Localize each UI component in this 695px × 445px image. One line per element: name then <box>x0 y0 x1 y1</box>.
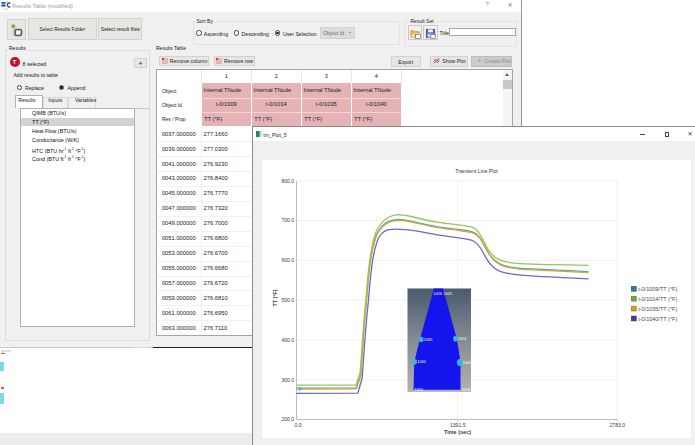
svg-text:1050: 1050 <box>414 388 422 392</box>
svg-text:600.0: 600.0 <box>281 257 294 263</box>
svg-text:800.0: 800.0 <box>281 178 294 184</box>
svg-text:1026: 1026 <box>434 292 442 296</box>
svg-text:700.0: 700.0 <box>281 217 294 223</box>
svg-text:300.0: 300.0 <box>281 377 294 383</box>
svg-text:TT (°F): TT (°F) <box>272 289 278 306</box>
svg-text:t-0/1014/TT (°F): t-0/1014/TT (°F) <box>638 296 677 302</box>
svg-text:1025: 1025 <box>444 292 452 296</box>
svg-text:1014: 1014 <box>458 337 466 341</box>
svg-text:Transient Line Plot: Transient Line Plot <box>455 168 498 174</box>
svg-text:1391.5: 1391.5 <box>450 422 466 428</box>
svg-text:500.0: 500.0 <box>281 297 294 303</box>
svg-text:2783.0: 2783.0 <box>610 422 626 428</box>
svg-text:400.0: 400.0 <box>281 337 294 343</box>
svg-text:1009: 1009 <box>463 361 471 365</box>
svg-text:Time (sec): Time (sec) <box>444 429 471 435</box>
svg-text:t-0/1040/TT (°F): t-0/1040/TT (°F) <box>638 316 677 322</box>
svg-text:1004: 1004 <box>462 388 470 392</box>
svg-text:200.0: 200.0 <box>281 416 294 422</box>
svg-text:0.0: 0.0 <box>294 422 301 428</box>
svg-text:t-0/1009/TT (°F): t-0/1009/TT (°F) <box>638 286 677 292</box>
svg-text:1035: 1035 <box>424 338 432 342</box>
svg-text:1040: 1040 <box>417 360 425 364</box>
svg-text:t-0/1035/TT (°F): t-0/1035/TT (°F) <box>638 306 677 312</box>
